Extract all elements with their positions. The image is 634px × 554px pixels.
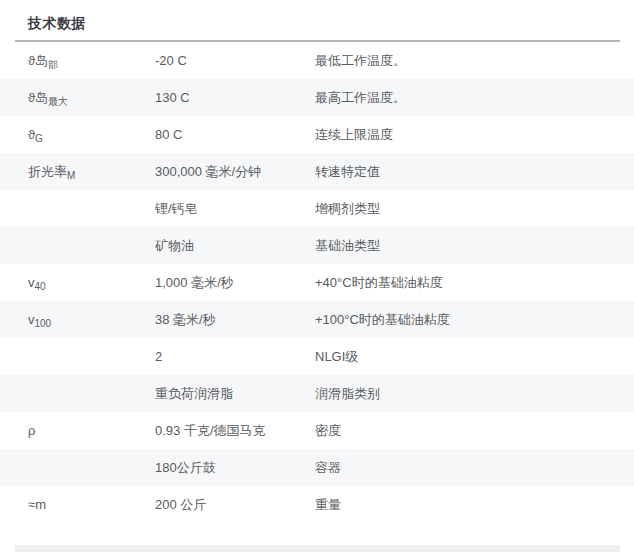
table-row: 折光率M 300,000 毫米/分钟 转速特定值: [0, 153, 634, 190]
next-section-divider: [15, 545, 620, 552]
table-row: ρ 0.93 千克/德国马克 密度: [0, 412, 634, 449]
symbol-cell: ρ: [28, 423, 155, 438]
value-cell: 200 公斤: [155, 496, 315, 514]
symbol-subscript: M: [67, 170, 75, 181]
description-cell: +100°C时的基础油粘度: [315, 311, 634, 329]
value-cell: 2: [155, 349, 315, 364]
symbol-subscript: 最大: [48, 96, 68, 107]
symbol-cell: ≈m: [28, 497, 155, 512]
symbol-subscript: 部: [48, 59, 58, 70]
description-cell: NLGI级: [315, 348, 634, 366]
value-cell: 80 C: [155, 127, 315, 142]
value-cell: 矿物油: [155, 237, 315, 255]
symbol-cell: v40: [28, 275, 155, 290]
symbol-cell: 折光率M: [28, 163, 155, 181]
value-cell: 130 C: [155, 90, 315, 105]
symbol-subscript: 100: [35, 318, 52, 327]
description-cell: 重量: [315, 496, 634, 514]
value-cell: 300,000 毫米/分钟: [155, 163, 315, 181]
description-cell: 容器: [315, 459, 634, 477]
symbol-cell: ϑ岛部: [28, 52, 155, 70]
symbol-main: 折光率: [28, 164, 67, 179]
symbol-cell: ϑG: [28, 127, 155, 142]
table-row: 锂/钙皂 增稠剂类型: [0, 190, 634, 227]
technical-data-table: ϑ岛部 -20 C 最低工作温度。 ϑ岛最大 130 C 最高工作温度。 ϑG …: [0, 42, 634, 523]
symbol-subscript: 40: [35, 281, 46, 290]
description-cell: 增稠剂类型: [315, 200, 634, 218]
description-cell: 最高工作温度。: [315, 89, 634, 107]
symbol-subscript: G: [35, 133, 43, 142]
description-cell: 基础油类型: [315, 237, 634, 255]
section-header: 技术数据: [0, 0, 634, 40]
symbol-cell: v100: [28, 312, 155, 327]
table-row: 矿物油 基础油类型: [0, 227, 634, 264]
description-cell: 转速特定值: [315, 163, 634, 181]
table-row: 180公斤鼓 容器: [0, 449, 634, 486]
table-row: ≈m 200 公斤 重量: [0, 486, 634, 523]
table-row: ϑ岛最大 130 C 最高工作温度。: [0, 79, 634, 116]
table-row: v100 38 毫米/秒 +100°C时的基础油粘度: [0, 301, 634, 338]
value-cell: 1,000 毫米/秒: [155, 274, 315, 292]
value-cell: 0.93 千克/德国马克: [155, 422, 315, 440]
value-cell: 38 毫米/秒: [155, 311, 315, 329]
table-row: ϑG 80 C 连续上限温度: [0, 116, 634, 153]
value-cell: 180公斤鼓: [155, 459, 315, 477]
symbol-main: ϑ岛: [28, 53, 48, 68]
value-cell: 锂/钙皂: [155, 200, 315, 218]
description-cell: 密度: [315, 422, 634, 440]
symbol-main: ϑ岛: [28, 90, 48, 105]
page-title: 技术数据: [28, 15, 86, 31]
description-cell: 连续上限温度: [315, 126, 634, 144]
description-cell: +40°C时的基础油粘度: [315, 274, 634, 292]
value-cell: -20 C: [155, 53, 315, 68]
description-cell: 润滑脂类别: [315, 385, 634, 403]
table-row: v40 1,000 毫米/秒 +40°C时的基础油粘度: [0, 264, 634, 301]
symbol-main: ρ: [28, 423, 35, 438]
symbol-cell: ϑ岛最大: [28, 89, 155, 107]
table-row: ϑ岛部 -20 C 最低工作温度。: [0, 42, 634, 79]
table-row: 重负荷润滑脂 润滑脂类别: [0, 375, 634, 412]
table-row: 2 NLGI级: [0, 338, 634, 375]
value-cell: 重负荷润滑脂: [155, 385, 315, 403]
symbol-main: ≈m: [28, 497, 46, 512]
description-cell: 最低工作温度。: [315, 52, 634, 70]
